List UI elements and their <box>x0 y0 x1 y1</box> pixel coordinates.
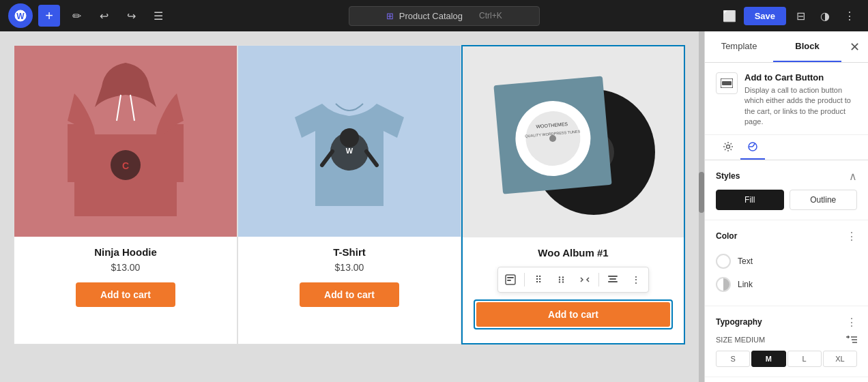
link-color-label: Link <box>738 280 753 289</box>
typography-title: Typography <box>716 317 762 327</box>
more-options-button[interactable]: ⋮ <box>839 5 860 26</box>
text-color-swatch[interactable] <box>716 254 731 269</box>
redo-button[interactable]: ↪ <box>120 5 142 27</box>
toolbar-prev-next[interactable] <box>574 269 596 291</box>
product-grid: C Ninja Hoodie $13.00 Add to cart <box>14 45 685 344</box>
product-price-hoodie: $13.00 <box>111 262 141 273</box>
toolbar-block-type[interactable] <box>500 269 521 291</box>
tab-block[interactable]: Block <box>773 31 841 62</box>
search-bar[interactable]: ⊞ Product Catalog Ctrl+K <box>349 6 540 26</box>
product-image-album: WOOTHEMES QUALITY WORDPRESS TUNES <box>463 46 684 237</box>
size-xl[interactable]: XL <box>823 351 857 367</box>
product-title-album: Woo Album #1 <box>538 247 608 259</box>
size-s[interactable]: S <box>716 351 750 367</box>
product-image-tshirt: W <box>238 46 461 237</box>
svg-rect-30 <box>609 278 616 280</box>
selected-cart-container: Add to cart <box>474 299 673 329</box>
svg-rect-29 <box>608 276 618 277</box>
typography-section-header: Typography ⋮ <box>716 316 857 329</box>
color-section-header: Color ⋮ <box>716 230 857 243</box>
product-card-album: WOOTHEMES QUALITY WORDPRESS TUNES Woo Al… <box>461 45 685 344</box>
toolbar-move[interactable] <box>551 269 573 291</box>
panel-block-header: Add to Cart Button Display a call to act… <box>705 63 868 135</box>
preview-button[interactable]: ⬜ <box>719 5 740 26</box>
canvas[interactable]: C Ninja Hoodie $13.00 Add to cart <box>0 31 699 382</box>
size-l[interactable]: L <box>787 351 822 367</box>
block-header-text: Add to Cart Button Display a call to act… <box>744 72 857 128</box>
svg-rect-31 <box>608 281 618 282</box>
size-adjust-button[interactable] <box>846 336 857 344</box>
tshirt-svg: W <box>295 63 404 220</box>
svg-text:C: C <box>122 160 129 171</box>
styles-section: Styles ∧ Fill Outline <box>705 160 868 220</box>
color-more-button[interactable]: ⋮ <box>846 230 857 243</box>
add-to-cart-album[interactable]: Add to cart <box>476 302 670 327</box>
list-view-button[interactable]: ☰ <box>147 5 169 27</box>
save-button[interactable]: Save <box>744 7 786 25</box>
svg-line-2 <box>117 95 121 121</box>
style-outline-button[interactable]: Outline <box>790 190 858 210</box>
product-catalog-icon: ⊞ <box>386 11 394 21</box>
svg-point-17 <box>549 135 556 142</box>
toolbar-separator-1 <box>524 273 525 286</box>
svg-point-23 <box>559 276 560 278</box>
styles-section-header: Styles ∧ <box>716 170 857 183</box>
size-row: SIZE MEDIUM <box>716 336 857 344</box>
size-m[interactable]: M <box>751 351 785 367</box>
product-card-hoodie: C Ninja Hoodie $13.00 Add to cart <box>14 45 237 344</box>
style-fill-button[interactable]: Fill <box>716 190 784 210</box>
style-tools-button[interactable]: ✏ <box>66 5 87 27</box>
color-text-row: Text <box>716 250 857 273</box>
topbar-right: ⬜ Save ⊟ ◑ ⋮ <box>719 5 860 26</box>
block-toolbar: ⠿ ⋮ <box>497 267 649 293</box>
right-panel: Template Block ✕ Add to Cart Button Disp… <box>704 31 868 382</box>
styles-title: Styles <box>716 171 740 181</box>
svg-point-26 <box>562 276 564 278</box>
keyboard-shortcut: Ctrl+K <box>479 11 502 20</box>
product-title-tshirt: T-Shirt <box>333 246 366 258</box>
undo-button[interactable]: ↩ <box>93 5 115 27</box>
toolbar-separator-2 <box>598 273 599 286</box>
product-price-tshirt: $13.00 <box>335 262 364 273</box>
product-title-hoodie: Ninja Hoodie <box>94 246 157 258</box>
topbar: W + ✏ ↩ ↪ ☰ ⊞ Product Catalog Ctrl+K ⬜ S… <box>0 0 868 31</box>
size-options: S M L XL <box>716 351 857 367</box>
svg-rect-22 <box>507 280 511 281</box>
add-to-cart-tshirt[interactable]: Add to cart <box>300 282 399 307</box>
svg-point-25 <box>559 281 560 282</box>
tab-template[interactable]: Template <box>705 31 773 62</box>
settings-button[interactable]: ⊟ <box>790 5 811 26</box>
color-title: Color <box>716 231 737 241</box>
size-label: SIZE MEDIUM <box>716 336 765 344</box>
add-to-cart-hoodie[interactable]: Add to cart <box>76 282 175 307</box>
add-block-button[interactable]: + <box>38 5 60 27</box>
product-image-hoodie: C <box>14 46 237 237</box>
toolbar-more[interactable]: ⋮ <box>625 269 647 291</box>
svg-point-27 <box>562 279 564 280</box>
svg-point-28 <box>562 281 564 282</box>
scrollbar-track[interactable] <box>699 31 704 382</box>
svg-point-24 <box>559 279 560 280</box>
link-color-swatch[interactable] <box>716 277 731 292</box>
scrollbar-thumb[interactable] <box>699 172 704 213</box>
svg-text:W: W <box>16 12 25 21</box>
panel-tabs: Template Block ✕ <box>705 31 868 63</box>
svg-text:W: W <box>346 147 353 155</box>
mode-settings[interactable] <box>716 135 740 160</box>
hoodie-svg: C <box>68 59 184 223</box>
panel-close-button[interactable]: ✕ <box>841 40 868 55</box>
svg-line-3 <box>130 95 134 121</box>
styles-more-button[interactable]: ∧ <box>849 170 857 183</box>
block-icon <box>716 72 738 94</box>
contrast-button[interactable]: ◑ <box>815 5 835 26</box>
color-section: Color ⋮ Text Link <box>705 220 868 306</box>
toolbar-align[interactable] <box>602 269 624 291</box>
wp-logo[interactable]: W <box>8 3 33 28</box>
styles-row: Fill Outline <box>716 190 857 210</box>
svg-point-7 <box>340 128 359 147</box>
mode-styles[interactable] <box>740 135 765 160</box>
toolbar-drag[interactable]: ⠿ <box>527 269 549 291</box>
svg-rect-33 <box>722 81 732 85</box>
panel-mode-tabs <box>705 135 868 160</box>
typography-more-button[interactable]: ⋮ <box>846 316 857 329</box>
